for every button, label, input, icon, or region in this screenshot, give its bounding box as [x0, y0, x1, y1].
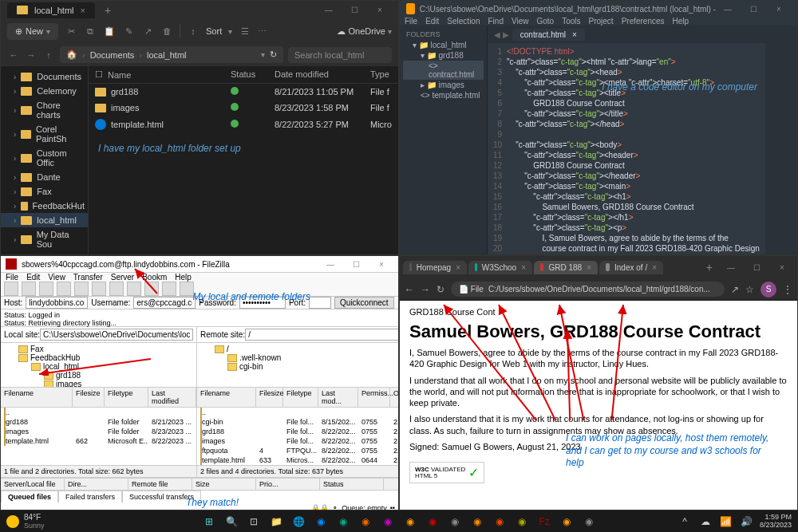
file-row[interactable]: imagesFile fol...8/22/202...07552124	[197, 436, 399, 446]
toolbar-icon[interactable]	[162, 282, 176, 296]
close-tab-icon[interactable]: ×	[587, 263, 591, 272]
menu-item[interactable]: Project	[589, 17, 614, 26]
port-input[interactable]	[309, 297, 331, 309]
file-item-selected[interactable]: <> contract.html	[403, 61, 484, 80]
onedrive-button[interactable]: ☁ OneDrive ▾	[337, 26, 392, 37]
maximize-icon[interactable]: ☐	[745, 259, 768, 275]
local-path-input[interactable]	[40, 329, 193, 341]
menu-item[interactable]: Bookm	[142, 273, 167, 282]
quickconnect-button[interactable]: Quickconnect	[334, 297, 394, 309]
tree-item[interactable]: grd188	[2, 371, 195, 380]
tree-item[interactable]: FeedbackHub	[2, 353, 195, 362]
browser-tab[interactable]: GRD 188×	[534, 261, 598, 274]
file-row[interactable]: ..	[1, 408, 196, 417]
queue-tab[interactable]: Failed transfers	[58, 491, 122, 502]
edge-icon[interactable]: 🌐	[290, 514, 306, 530]
toolbar-icon[interactable]	[4, 282, 18, 296]
app-icon[interactable]: ◉	[559, 514, 575, 530]
file-row[interactable]: template.html662Microsoft E...8/22/2023 …	[1, 436, 196, 446]
tree-item[interactable]: local_html	[2, 362, 195, 371]
cut-icon[interactable]: ✂	[65, 25, 77, 37]
rename-icon[interactable]: ✎	[122, 25, 135, 37]
new-button[interactable]: ⊕ New ▾	[7, 23, 58, 40]
maximize-icon[interactable]: ☐	[344, 256, 368, 272]
sort-icon[interactable]: ↕	[187, 25, 200, 37]
maximize-icon[interactable]: ☐	[741, 1, 765, 17]
folder-item[interactable]: ▾ 📁 grd188	[403, 50, 484, 61]
app-icon[interactable]: ◉	[514, 514, 530, 530]
up-icon[interactable]: ↑	[42, 49, 55, 61]
close-tab-icon[interactable]: ×	[572, 30, 577, 39]
sidebar-item[interactable]: ›Custom Offic	[1, 146, 88, 170]
close-icon[interactable]: ×	[770, 259, 794, 275]
app-icon[interactable]: ◉	[380, 514, 396, 530]
volume-icon[interactable]: 🔊	[739, 514, 755, 530]
tree-item[interactable]: Fax	[2, 345, 195, 353]
reload-icon[interactable]: ↻	[437, 284, 444, 295]
close-icon[interactable]: ×	[369, 256, 393, 272]
sidebar-item[interactable]: ›Dante	[1, 170, 88, 184]
app-icon[interactable]: ◉	[358, 514, 373, 530]
app-icon[interactable]: ◉	[402, 514, 418, 530]
menu-item[interactable]: Server	[111, 273, 134, 282]
file-row[interactable]: grd188File fol...8/22/202...07552124	[197, 427, 399, 436]
forward-icon[interactable]: →	[25, 49, 38, 61]
file-item[interactable]: <> template.html	[403, 90, 484, 100]
file-row[interactable]: grd1888/21/2023 11:05 PMFile f	[89, 84, 398, 100]
sidebar-item[interactable]: ›FeedbackHut	[1, 199, 88, 213]
menu-item[interactable]: Help	[175, 273, 192, 282]
profile-avatar[interactable]: S	[760, 282, 776, 298]
delete-icon[interactable]: 🗑	[160, 25, 173, 37]
filezilla-icon[interactable]: Fz	[536, 514, 552, 530]
browser-tab[interactable]: W3Schoo×	[468, 261, 532, 274]
refresh-icon[interactable]: ↻	[270, 49, 277, 60]
close-tab-icon[interactable]: ×	[456, 263, 460, 272]
tree-item[interactable]: .well-known	[199, 353, 399, 362]
sidebar-item[interactable]: ›My Data Sou	[1, 227, 88, 251]
sidebar-item[interactable]: ›Corel PaintSh	[1, 122, 88, 146]
task-view-icon[interactable]: ⊡	[246, 514, 262, 530]
back-icon[interactable]: ←	[7, 49, 20, 61]
menu-item[interactable]: Edit	[26, 273, 40, 282]
toolbar-icon[interactable]	[180, 282, 194, 296]
menu-item[interactable]: Help	[673, 17, 689, 26]
editor-tab[interactable]: contract.html×	[512, 29, 585, 41]
file-row[interactable]: grd188File folder8/21/2023 ...	[1, 417, 196, 427]
paste-icon[interactable]: 📋	[103, 25, 116, 37]
file-row[interactable]: images8/23/2023 1:58 PMFile f	[89, 100, 398, 116]
menu-item[interactable]: Transfer	[73, 273, 103, 282]
app-icon[interactable]: ◉	[447, 514, 463, 530]
app-icon[interactable]: ◉	[335, 514, 351, 530]
explorer-tab[interactable]: local_html ×	[7, 2, 95, 18]
app-icon[interactable]: ◉	[313, 514, 329, 530]
toolbar-icon[interactable]	[74, 282, 89, 296]
file-row[interactable]: imagesFile folder8/23/2023 ...	[1, 427, 196, 436]
toolbar-icon[interactable]	[127, 282, 141, 296]
new-tab-icon[interactable]: +	[105, 4, 111, 17]
file-row[interactable]: ..	[197, 408, 399, 417]
toolbar-icon[interactable]	[92, 282, 106, 296]
host-input[interactable]	[26, 297, 88, 309]
minimize-icon[interactable]: ―	[318, 256, 342, 272]
url-input[interactable]: 📄 File C:/Users/sbowe/OneDrive/Documents…	[451, 282, 725, 297]
remote-path-input[interactable]	[245, 329, 399, 341]
browser-tab[interactable]: Index of /×	[599, 261, 663, 274]
close-tab-icon[interactable]: ×	[521, 263, 526, 272]
minimize-icon[interactable]: ―	[317, 2, 341, 18]
menu-item[interactable]: Goto	[536, 17, 554, 26]
close-tab-icon[interactable]: ×	[652, 263, 657, 272]
forward-icon[interactable]: →	[421, 284, 430, 295]
menu-item[interactable]: Tools	[562, 17, 580, 26]
onedrive-tray-icon[interactable]: ☁	[697, 514, 713, 530]
browser-tab[interactable]: Homepag×	[403, 261, 467, 274]
minimap[interactable]	[765, 43, 797, 255]
clock[interactable]: 1:59 PM 8/23/2023	[760, 514, 792, 530]
maximize-icon[interactable]: ☐	[342, 2, 366, 18]
sidebar-item[interactable]: ›Documents	[1, 69, 88, 84]
sidebar-item[interactable]: ›Fax	[1, 184, 88, 199]
back-icon[interactable]: ←	[405, 284, 414, 295]
home-icon[interactable]: 🏠	[66, 49, 77, 60]
sidebar-item[interactable]: ›Celemony	[1, 84, 88, 98]
file-row[interactable]: template.html8/22/2023 5:27 PMMicro	[89, 116, 398, 133]
minimize-icon[interactable]: ―	[716, 1, 740, 17]
